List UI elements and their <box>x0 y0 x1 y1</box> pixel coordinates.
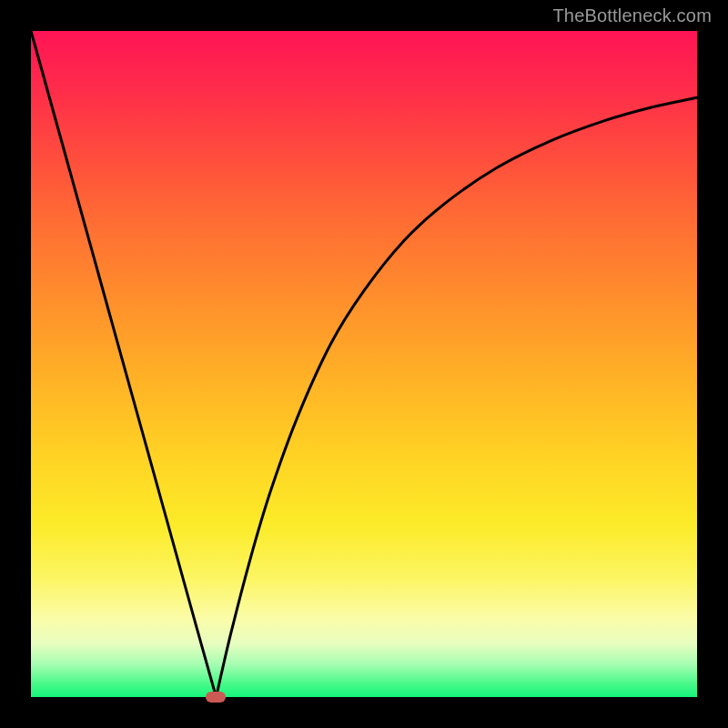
chart-frame: TheBottleneck.com <box>0 0 728 728</box>
bottleneck-curve <box>31 31 697 697</box>
curve-left-branch <box>31 31 217 697</box>
plot-area <box>31 31 697 697</box>
watermark-text: TheBottleneck.com <box>552 5 712 26</box>
optimum-marker <box>206 692 226 703</box>
curve-right-branch <box>216 97 697 697</box>
